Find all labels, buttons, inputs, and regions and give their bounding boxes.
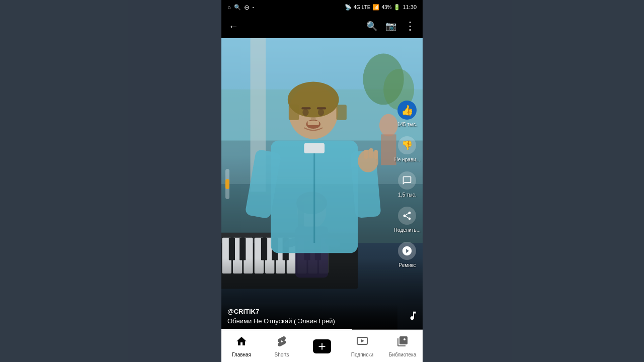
dislike-icon-wrap[interactable]: 👎 xyxy=(397,135,417,155)
subscriptions-nav-icon xyxy=(356,335,368,350)
video-scene-svg xyxy=(221,38,423,330)
camera-button[interactable]: 📷 xyxy=(385,21,396,32)
comment-icon[interactable] xyxy=(398,171,416,190)
signal-bars-icon: 📶 xyxy=(372,4,379,11)
status-right: 📡 4G LTE 📶 43% 🔋 11:30 xyxy=(345,4,417,11)
dislike-action[interactable]: 👎 Не нрави... xyxy=(394,135,420,162)
battery-icon: 🔋 xyxy=(393,4,400,11)
nav-item-home[interactable]: Главная xyxy=(221,335,262,357)
share-icon[interactable] xyxy=(398,207,416,225)
dislike-icon[interactable]: 👎 xyxy=(398,136,416,154)
home-status-icon: ⌂ xyxy=(227,4,231,10)
comment-icon-wrap[interactable] xyxy=(397,170,417,191)
shorts-nav-label: Shorts xyxy=(275,352,289,357)
nav-item-subscriptions[interactable]: Подписки xyxy=(342,335,382,357)
library-nav-label: Библиотека xyxy=(389,352,416,357)
progress-bar-container[interactable] xyxy=(221,329,423,330)
search-status-icon: 🔍 xyxy=(234,4,241,11)
remix-label: Ремикс xyxy=(399,262,416,268)
like-icon-wrap[interactable]: 👍 xyxy=(397,100,417,120)
remix-action[interactable]: Ремикс xyxy=(397,241,417,268)
battery-label: 43% xyxy=(381,5,391,10)
svg-rect-40 xyxy=(374,150,378,159)
home-nav-icon xyxy=(235,335,248,350)
back-button[interactable]: ← xyxy=(228,21,238,32)
channel-name: @CRITIK7 xyxy=(227,308,391,315)
svg-rect-21 xyxy=(261,238,267,260)
share-icon-wrap[interactable] xyxy=(397,206,417,226)
right-overlay xyxy=(423,0,644,362)
dislike-label: Не нрави... xyxy=(394,157,420,162)
svg-point-46 xyxy=(318,109,324,116)
minus-status-icon: ⊖ xyxy=(244,4,250,11)
video-container[interactable]: 👍 145 тыс. 👎 Не нрави... 1,5 тыс. xyxy=(221,38,423,330)
share-action[interactable]: Поделить... xyxy=(394,206,421,233)
remix-icon-wrap[interactable] xyxy=(397,241,417,261)
svg-rect-48 xyxy=(308,121,319,125)
svg-rect-49 xyxy=(301,107,310,109)
status-icons-left: ⌂ 🔍 ⊖ • xyxy=(227,4,254,11)
svg-rect-19 xyxy=(229,238,235,260)
svg-rect-38 xyxy=(364,150,368,159)
video-bottom-info: @CRITIK7 Обними Не Отпускай ( Элвин Грей… xyxy=(221,304,397,330)
library-nav-icon xyxy=(396,335,409,350)
like-action[interactable]: 👍 145 тыс. xyxy=(397,100,417,127)
svg-point-45 xyxy=(302,109,308,116)
top-nav: ← 🔍 📷 ⋮ xyxy=(221,14,423,38)
share-label: Поделить... xyxy=(394,227,421,233)
svg-rect-44 xyxy=(336,105,346,120)
subscriptions-nav-label: Подписки xyxy=(351,352,373,357)
nav-left: ← xyxy=(228,21,238,32)
time-label: 11:30 xyxy=(403,4,417,10)
cast-icon: 📡 xyxy=(345,4,352,11)
svg-rect-39 xyxy=(369,148,373,158)
dot-status-icon: • xyxy=(253,5,254,10)
nav-item-add[interactable] xyxy=(302,339,342,353)
add-button[interactable] xyxy=(313,339,331,353)
nav-item-shorts[interactable]: Shorts xyxy=(262,335,302,357)
nav-right: 🔍 📷 ⋮ xyxy=(366,21,416,32)
home-nav-label: Главная xyxy=(232,352,251,357)
more-button[interactable]: ⋮ xyxy=(405,21,416,32)
search-button[interactable]: 🔍 xyxy=(366,21,377,32)
status-bar: ⌂ 🔍 ⊖ • 📡 4G LTE 📶 43% 🔋 11:30 xyxy=(221,0,423,14)
svg-rect-34 xyxy=(304,143,325,153)
comment-action[interactable]: 1,5 тыс. xyxy=(397,170,417,198)
scroll-thumb xyxy=(225,179,229,189)
nav-item-library[interactable]: Библиотека xyxy=(382,335,423,357)
svg-rect-20 xyxy=(239,238,246,260)
music-icon[interactable] xyxy=(408,310,419,324)
like-icon[interactable]: 👍 xyxy=(397,101,417,120)
shorts-nav-icon xyxy=(276,335,288,350)
progress-bar xyxy=(221,329,352,330)
svg-point-51 xyxy=(311,117,316,121)
remix-icon[interactable] xyxy=(398,242,416,260)
comment-count: 1,5 тыс. xyxy=(398,192,416,198)
video-title: Обними Не Отпускай ( Элвин Грей) xyxy=(227,317,391,326)
scroll-indicator xyxy=(225,169,229,199)
svg-rect-50 xyxy=(317,107,326,109)
phone-frame: ⌂ 🔍 ⊖ • 📡 4G LTE 📶 43% 🔋 11:30 ← 🔍 📷 ⋮ xyxy=(221,0,423,362)
side-actions: 👍 145 тыс. 👎 Не нрави... 1,5 тыс. xyxy=(394,100,421,268)
svg-rect-43 xyxy=(289,105,299,120)
signal-label: 4G LTE xyxy=(354,5,371,10)
bottom-nav: Главная Shorts Подписки Би xyxy=(221,330,423,362)
like-count: 145 тыс. xyxy=(397,122,417,127)
left-overlay xyxy=(0,0,221,362)
